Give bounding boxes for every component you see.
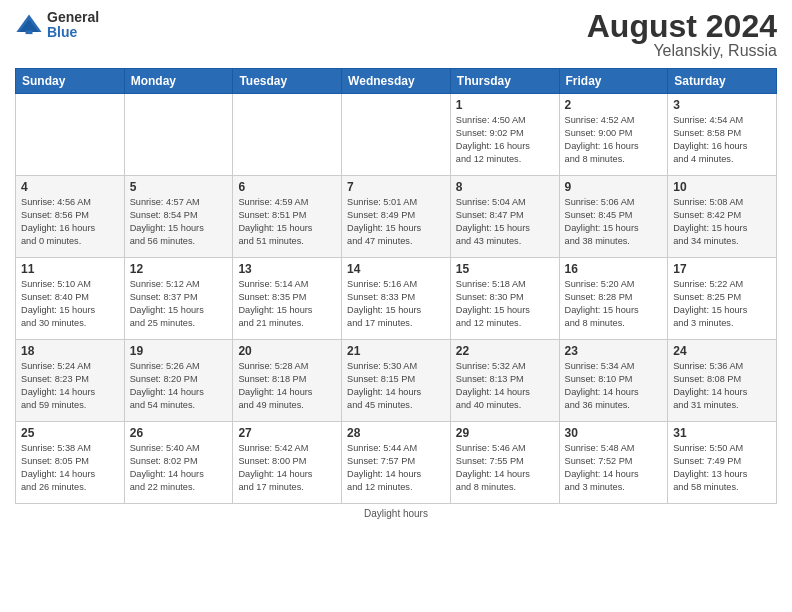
day-info: Sunrise: 5:30 AM Sunset: 8:15 PM Dayligh…	[347, 360, 445, 412]
day-info: Sunrise: 5:10 AM Sunset: 8:40 PM Dayligh…	[21, 278, 119, 330]
day-number: 30	[565, 426, 663, 440]
logo-general-text: General	[47, 10, 99, 25]
table-row: 7Sunrise: 5:01 AM Sunset: 8:49 PM Daylig…	[342, 176, 451, 258]
day-number: 22	[456, 344, 554, 358]
day-info: Sunrise: 4:57 AM Sunset: 8:54 PM Dayligh…	[130, 196, 228, 248]
table-row: 13Sunrise: 5:14 AM Sunset: 8:35 PM Dayli…	[233, 258, 342, 340]
day-info: Sunrise: 5:24 AM Sunset: 8:23 PM Dayligh…	[21, 360, 119, 412]
day-number: 11	[21, 262, 119, 276]
day-info: Sunrise: 5:48 AM Sunset: 7:52 PM Dayligh…	[565, 442, 663, 494]
col-wednesday: Wednesday	[342, 69, 451, 94]
day-info: Sunrise: 4:59 AM Sunset: 8:51 PM Dayligh…	[238, 196, 336, 248]
table-row: 29Sunrise: 5:46 AM Sunset: 7:55 PM Dayli…	[450, 422, 559, 504]
calendar-header-row: Sunday Monday Tuesday Wednesday Thursday…	[16, 69, 777, 94]
day-info: Sunrise: 5:36 AM Sunset: 8:08 PM Dayligh…	[673, 360, 771, 412]
table-row: 30Sunrise: 5:48 AM Sunset: 7:52 PM Dayli…	[559, 422, 668, 504]
table-row: 23Sunrise: 5:34 AM Sunset: 8:10 PM Dayli…	[559, 340, 668, 422]
table-row: 25Sunrise: 5:38 AM Sunset: 8:05 PM Dayli…	[16, 422, 125, 504]
page: General Blue August 2024 Yelanskiy, Russ…	[0, 0, 792, 612]
day-number: 3	[673, 98, 771, 112]
calendar-week-3: 11Sunrise: 5:10 AM Sunset: 8:40 PM Dayli…	[16, 258, 777, 340]
logo: General Blue	[15, 10, 99, 41]
day-number: 19	[130, 344, 228, 358]
day-number: 16	[565, 262, 663, 276]
day-number: 24	[673, 344, 771, 358]
table-row: 12Sunrise: 5:12 AM Sunset: 8:37 PM Dayli…	[124, 258, 233, 340]
day-number: 29	[456, 426, 554, 440]
day-info: Sunrise: 5:42 AM Sunset: 8:00 PM Dayligh…	[238, 442, 336, 494]
day-number: 9	[565, 180, 663, 194]
table-row: 10Sunrise: 5:08 AM Sunset: 8:42 PM Dayli…	[668, 176, 777, 258]
logo-text: General Blue	[47, 10, 99, 41]
day-info: Sunrise: 5:22 AM Sunset: 8:25 PM Dayligh…	[673, 278, 771, 330]
table-row: 8Sunrise: 5:04 AM Sunset: 8:47 PM Daylig…	[450, 176, 559, 258]
day-number: 7	[347, 180, 445, 194]
day-number: 23	[565, 344, 663, 358]
calendar-week-5: 25Sunrise: 5:38 AM Sunset: 8:05 PM Dayli…	[16, 422, 777, 504]
day-number: 2	[565, 98, 663, 112]
day-number: 17	[673, 262, 771, 276]
table-row	[233, 94, 342, 176]
table-row: 24Sunrise: 5:36 AM Sunset: 8:08 PM Dayli…	[668, 340, 777, 422]
day-info: Sunrise: 5:50 AM Sunset: 7:49 PM Dayligh…	[673, 442, 771, 494]
day-number: 26	[130, 426, 228, 440]
logo-blue-text: Blue	[47, 25, 99, 40]
day-number: 1	[456, 98, 554, 112]
day-info: Sunrise: 5:18 AM Sunset: 8:30 PM Dayligh…	[456, 278, 554, 330]
day-info: Sunrise: 5:26 AM Sunset: 8:20 PM Dayligh…	[130, 360, 228, 412]
day-number: 15	[456, 262, 554, 276]
day-number: 18	[21, 344, 119, 358]
footer-note: Daylight hours	[15, 508, 777, 519]
day-info: Sunrise: 5:44 AM Sunset: 7:57 PM Dayligh…	[347, 442, 445, 494]
day-number: 28	[347, 426, 445, 440]
col-friday: Friday	[559, 69, 668, 94]
day-number: 6	[238, 180, 336, 194]
table-row: 5Sunrise: 4:57 AM Sunset: 8:54 PM Daylig…	[124, 176, 233, 258]
day-info: Sunrise: 5:46 AM Sunset: 7:55 PM Dayligh…	[456, 442, 554, 494]
location: Yelanskiy, Russia	[587, 42, 777, 60]
table-row: 6Sunrise: 4:59 AM Sunset: 8:51 PM Daylig…	[233, 176, 342, 258]
table-row: 27Sunrise: 5:42 AM Sunset: 8:00 PM Dayli…	[233, 422, 342, 504]
day-info: Sunrise: 5:16 AM Sunset: 8:33 PM Dayligh…	[347, 278, 445, 330]
day-info: Sunrise: 5:04 AM Sunset: 8:47 PM Dayligh…	[456, 196, 554, 248]
day-info: Sunrise: 5:28 AM Sunset: 8:18 PM Dayligh…	[238, 360, 336, 412]
table-row: 19Sunrise: 5:26 AM Sunset: 8:20 PM Dayli…	[124, 340, 233, 422]
day-info: Sunrise: 4:50 AM Sunset: 9:02 PM Dayligh…	[456, 114, 554, 166]
calendar-week-1: 1Sunrise: 4:50 AM Sunset: 9:02 PM Daylig…	[16, 94, 777, 176]
table-row: 21Sunrise: 5:30 AM Sunset: 8:15 PM Dayli…	[342, 340, 451, 422]
col-monday: Monday	[124, 69, 233, 94]
calendar-week-2: 4Sunrise: 4:56 AM Sunset: 8:56 PM Daylig…	[16, 176, 777, 258]
table-row: 9Sunrise: 5:06 AM Sunset: 8:45 PM Daylig…	[559, 176, 668, 258]
logo-icon	[15, 11, 43, 39]
col-thursday: Thursday	[450, 69, 559, 94]
day-info: Sunrise: 5:20 AM Sunset: 8:28 PM Dayligh…	[565, 278, 663, 330]
table-row: 11Sunrise: 5:10 AM Sunset: 8:40 PM Dayli…	[16, 258, 125, 340]
day-number: 4	[21, 180, 119, 194]
day-number: 31	[673, 426, 771, 440]
col-saturday: Saturday	[668, 69, 777, 94]
day-number: 10	[673, 180, 771, 194]
day-info: Sunrise: 4:56 AM Sunset: 8:56 PM Dayligh…	[21, 196, 119, 248]
table-row: 22Sunrise: 5:32 AM Sunset: 8:13 PM Dayli…	[450, 340, 559, 422]
day-number: 27	[238, 426, 336, 440]
day-info: Sunrise: 5:38 AM Sunset: 8:05 PM Dayligh…	[21, 442, 119, 494]
month-year: August 2024	[587, 10, 777, 42]
day-number: 20	[238, 344, 336, 358]
daylight-hours-label: Daylight hours	[364, 508, 428, 519]
col-sunday: Sunday	[16, 69, 125, 94]
table-row: 17Sunrise: 5:22 AM Sunset: 8:25 PM Dayli…	[668, 258, 777, 340]
calendar-week-4: 18Sunrise: 5:24 AM Sunset: 8:23 PM Dayli…	[16, 340, 777, 422]
day-info: Sunrise: 4:52 AM Sunset: 9:00 PM Dayligh…	[565, 114, 663, 166]
table-row	[124, 94, 233, 176]
table-row	[342, 94, 451, 176]
table-row: 15Sunrise: 5:18 AM Sunset: 8:30 PM Dayli…	[450, 258, 559, 340]
table-row: 26Sunrise: 5:40 AM Sunset: 8:02 PM Dayli…	[124, 422, 233, 504]
col-tuesday: Tuesday	[233, 69, 342, 94]
day-info: Sunrise: 4:54 AM Sunset: 8:58 PM Dayligh…	[673, 114, 771, 166]
table-row: 4Sunrise: 4:56 AM Sunset: 8:56 PM Daylig…	[16, 176, 125, 258]
title-block: August 2024 Yelanskiy, Russia	[587, 10, 777, 60]
day-info: Sunrise: 5:12 AM Sunset: 8:37 PM Dayligh…	[130, 278, 228, 330]
day-number: 12	[130, 262, 228, 276]
table-row: 28Sunrise: 5:44 AM Sunset: 7:57 PM Dayli…	[342, 422, 451, 504]
table-row: 14Sunrise: 5:16 AM Sunset: 8:33 PM Dayli…	[342, 258, 451, 340]
